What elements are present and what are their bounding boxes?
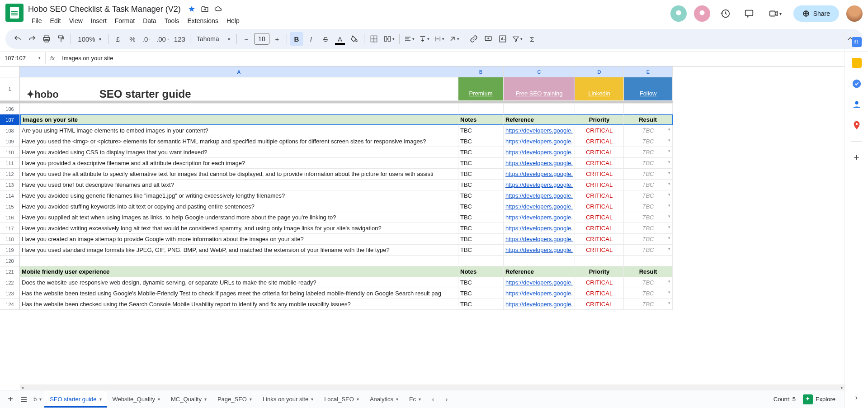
tab-page-seo[interactable]: Page_SEO ▾ — [212, 391, 257, 408]
currency-button[interactable]: £ — [111, 32, 125, 46]
anon-user-2-icon[interactable] — [694, 5, 710, 22]
cell[interactable]: https://developers.google. — [504, 245, 575, 255]
cell[interactable] — [20, 101, 458, 103]
menu-view[interactable]: View — [66, 15, 86, 26]
text-color-button[interactable]: A — [333, 32, 347, 46]
row-header-122[interactable]: 122 — [0, 277, 20, 288]
cell[interactable]: TBC — [458, 136, 504, 147]
tab-scroll-partial[interactable]: b ▾ — [31, 391, 44, 408]
col-header-e[interactable]: E — [624, 66, 673, 77]
cell[interactable]: https://developers.google. — [504, 125, 575, 136]
horizontal-scrollbar[interactable] — [20, 384, 844, 390]
name-box[interactable]: 107:107▾ — [0, 55, 45, 62]
cell[interactable] — [504, 104, 575, 114]
meet-icon[interactable]: ▾ — [764, 5, 786, 22]
cell[interactable]: TBC — [624, 125, 673, 136]
explore-button[interactable]: Explore — [803, 394, 835, 404]
cell[interactable] — [458, 101, 504, 103]
cell[interactable]: Free SEO training — [504, 77, 575, 100]
row-header-119[interactable]: 119 — [0, 245, 20, 256]
italic-button[interactable]: I — [304, 32, 318, 46]
cell[interactable] — [458, 104, 504, 114]
cell[interactable]: CRITICAL — [575, 212, 624, 223]
cell[interactable]: TBC — [624, 245, 673, 255]
cell[interactable]: CRITICAL — [575, 223, 624, 233]
cell[interactable]: TBC — [624, 136, 673, 147]
cell[interactable] — [575, 101, 624, 103]
menu-tools[interactable]: Tools — [161, 15, 183, 26]
cell[interactable]: CRITICAL — [575, 201, 624, 212]
history-icon[interactable] — [717, 5, 734, 22]
format-123-button[interactable]: 123 — [172, 32, 187, 46]
row-header-109[interactable]: 109 — [0, 136, 20, 147]
cell[interactable]: Result — [624, 114, 673, 125]
cell[interactable]: TBC — [624, 277, 673, 288]
cell[interactable]: TBC — [624, 158, 673, 168]
cell[interactable]: Premium — [458, 77, 504, 100]
cell[interactable]: Mobile friendly user experience — [20, 266, 458, 277]
cell[interactable]: TBC — [624, 147, 673, 157]
cell[interactable]: Has the website been checked using the S… — [20, 299, 458, 309]
selection-count[interactable]: Count: 5 — [774, 396, 796, 403]
cell[interactable]: https://developers.google. — [504, 277, 575, 288]
row-header-120[interactable]: 120 — [0, 256, 20, 266]
formula-input[interactable]: Images on your site — [59, 55, 113, 62]
cell[interactable] — [624, 101, 673, 103]
cell[interactable]: CRITICAL — [575, 169, 624, 179]
cell[interactable]: Result — [624, 266, 673, 277]
menu-insert[interactable]: Insert — [87, 15, 110, 26]
add-sheet-button[interactable]: + — [4, 393, 17, 406]
row-header-113[interactable]: 113 — [0, 180, 20, 190]
menu-format[interactable]: Format — [111, 15, 138, 26]
col-header-a[interactable]: A — [20, 66, 458, 77]
menu-help[interactable]: Help — [223, 15, 243, 26]
tab-scroll-left[interactable]: ‹ — [426, 393, 440, 406]
cell[interactable]: https://developers.google. — [504, 223, 575, 233]
cell[interactable]: https://developers.google. — [504, 190, 575, 201]
cell[interactable] — [624, 256, 673, 266]
cell[interactable]: TBC — [458, 180, 504, 190]
cell[interactable]: Notes — [458, 266, 504, 277]
menu-data[interactable]: Data — [139, 15, 160, 26]
filter-button[interactable]: ▾ — [510, 32, 524, 46]
tab-links-on-your-site[interactable]: Links on your site ▾ — [257, 391, 319, 408]
cell[interactable] — [575, 256, 624, 266]
cell[interactable]: CRITICAL — [575, 245, 624, 255]
cell[interactable]: Have you avoided writing excessively lon… — [20, 223, 458, 233]
bold-button[interactable]: B — [290, 32, 303, 46]
cell[interactable] — [504, 256, 575, 266]
hide-panel-icon[interactable]: › — [852, 393, 862, 403]
cell[interactable]: Reference — [504, 114, 575, 125]
cell[interactable]: Reference — [504, 266, 575, 277]
cell[interactable]: TBC — [458, 147, 504, 157]
cell[interactable]: TBC — [458, 125, 504, 136]
cell[interactable]: CRITICAL — [575, 299, 624, 309]
sheets-logo-icon[interactable] — [5, 4, 24, 22]
cell[interactable]: Does the website use responsive web desi… — [20, 277, 458, 288]
row-header-112[interactable]: 112 — [0, 169, 20, 180]
row-header-115[interactable]: 115 — [0, 201, 20, 212]
font-select[interactable]: Tahoma▾ — [193, 32, 234, 46]
col-header-d[interactable]: D — [575, 66, 624, 77]
select-all-corner[interactable] — [0, 66, 20, 77]
merge-button[interactable]: ▾ — [382, 32, 396, 46]
cell[interactable]: CRITICAL — [575, 277, 624, 288]
star-icon[interactable]: ★ — [188, 4, 195, 14]
cell[interactable]: Has the website been tested using Google… — [20, 288, 458, 299]
cell[interactable]: CRITICAL — [575, 147, 624, 157]
row-header-108[interactable]: 108 — [0, 125, 20, 136]
redo-button[interactable] — [25, 32, 39, 46]
percent-button[interactable]: % — [126, 32, 139, 46]
tab-analytics[interactable]: Analytics ▾ — [364, 391, 404, 408]
cell[interactable]: TBC — [624, 212, 673, 223]
cell[interactable]: TBC — [624, 201, 673, 212]
cell[interactable]: Priority — [575, 114, 624, 125]
row-header-117[interactable]: 117 — [0, 223, 20, 234]
keep-icon[interactable] — [852, 58, 862, 68]
tab-scroll-right[interactable]: › — [440, 393, 453, 406]
cell[interactable]: TBC — [624, 223, 673, 233]
tab-website-quality[interactable]: Website_Quality ▾ — [107, 391, 165, 408]
tab-seo-starter-guide[interactable]: SEO starter guide ▾ — [44, 391, 107, 408]
cell[interactable]: CRITICAL — [575, 136, 624, 147]
move-icon[interactable] — [201, 5, 209, 13]
